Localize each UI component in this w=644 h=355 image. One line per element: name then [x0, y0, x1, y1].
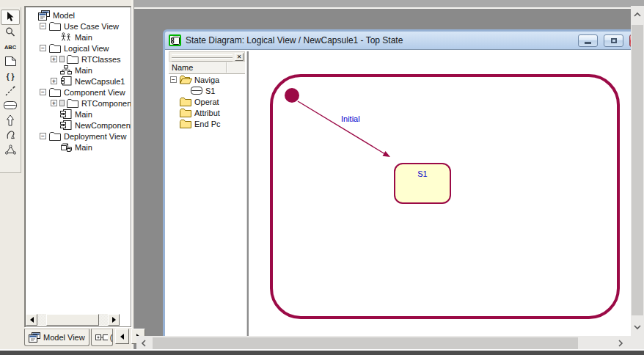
- tree-item-use-case-view[interactable]: −Use Case View: [25, 21, 131, 32]
- tree-item-deployment-view[interactable]: −Deployment View: [25, 131, 131, 142]
- vertical-scrollbar-thumb[interactable]: [632, 25, 643, 315]
- right-triangle-icon: [112, 317, 116, 323]
- collapse-icon[interactable]: −: [170, 76, 177, 83]
- tree-item-label: Use Case View: [64, 22, 119, 31]
- tree-item-s1[interactable]: S1: [169, 85, 245, 96]
- folder-open-icon: [179, 75, 192, 84]
- tree-item-rtclasses[interactable]: +RTClasses: [25, 54, 131, 65]
- model-tree-hscrollbar[interactable]: [26, 314, 120, 326]
- choice-point-tool[interactable]: [1, 143, 19, 157]
- note-tool[interactable]: [1, 55, 19, 69]
- tree-item-label: Main: [75, 66, 92, 75]
- scroll-right-icon[interactable]: [618, 340, 623, 348]
- folder-yellow-icon: [179, 97, 192, 106]
- folder-yellow-icon: [179, 108, 192, 117]
- name-column-header[interactable]: Name: [169, 62, 245, 74]
- constraint-icon: { }: [7, 73, 15, 81]
- model-browser-panel: Model−Use Case ViewMain−Logical View+RTC…: [24, 6, 131, 327]
- tree-item-component-view[interactable]: −Component View: [25, 87, 131, 98]
- folder-icon: [48, 131, 62, 141]
- text-tool-tool[interactable]: ABC: [1, 40, 19, 54]
- scroll-right-button[interactable]: [108, 314, 120, 326]
- scroll-left-icon[interactable]: [141, 340, 147, 348]
- self-transition-tool[interactable]: [1, 128, 19, 142]
- state-s1[interactable]: S1: [394, 163, 451, 204]
- panel-grip-bar[interactable]: ✕: [169, 51, 245, 62]
- containment-tab-icon: [95, 333, 108, 342]
- transition-label[interactable]: Initial: [341, 114, 360, 123]
- tree-item-newcapsule1[interactable]: +NewCapsule1: [25, 76, 131, 87]
- model-view-tab-icon: [29, 332, 41, 343]
- tree-item-naviga[interactable]: −Naviga: [169, 74, 245, 85]
- tree-item-model[interactable]: Model: [25, 10, 131, 21]
- self-transition-icon: [5, 129, 15, 142]
- tree-item-main[interactable]: Main: [25, 32, 131, 43]
- window-titlebar[interactable]: State Diagram: Logical View / NewCapsule…: [165, 32, 644, 49]
- state-tool-tool[interactable]: [1, 99, 19, 113]
- transition-tool-tool[interactable]: [1, 114, 19, 128]
- top-toolbar-edge: [134, 0, 644, 9]
- zoom-tool[interactable]: [1, 26, 19, 40]
- node-icon: [59, 142, 73, 152]
- scrollbar-corner: [631, 336, 644, 351]
- folder-icon: [48, 21, 62, 31]
- tree-item-main[interactable]: Main: [25, 142, 131, 153]
- tree-item-label: Component View: [64, 88, 125, 97]
- expand-icon[interactable]: +: [51, 78, 57, 84]
- tree-item-label: NewCapsule1: [75, 77, 125, 86]
- tree-item-rtcomponents[interactable]: +RTComponents: [25, 98, 131, 109]
- tree-item-label: Main: [75, 110, 92, 119]
- tree-item-logical-view[interactable]: −Logical View: [25, 43, 131, 54]
- anchor-note-tool[interactable]: [1, 84, 19, 98]
- scroll-up-icon[interactable]: [634, 10, 641, 19]
- zoom-icon: [5, 27, 15, 39]
- tree-item-label: Naviga: [194, 76, 219, 84]
- transition-tool-icon: [6, 114, 15, 128]
- folder-icon: [48, 87, 62, 97]
- component-icon: [59, 109, 73, 119]
- restore-icon: [611, 38, 617, 43]
- restore-button[interactable]: [604, 34, 623, 47]
- tree-item-operat[interactable]: Operat: [169, 96, 245, 107]
- expand-icon[interactable]: +: [51, 100, 57, 106]
- tree-item-newcomponent[interactable]: NewComponent: [25, 120, 131, 131]
- collapse-icon[interactable]: −: [40, 89, 46, 95]
- state-browser-panel: ✕ Name −NavigaS1OperatAttributEnd Pc: [169, 51, 245, 355]
- column-divider[interactable]: [226, 62, 227, 73]
- tree-item-label: Deployment View: [64, 132, 126, 141]
- app-horizontal-scrollbar[interactable]: [136, 336, 631, 351]
- expand-icon[interactable]: +: [51, 56, 57, 62]
- tree-item-label: S1: [205, 87, 215, 95]
- tab-containment-partial[interactable]: (: [91, 329, 113, 346]
- tree-item-attribut[interactable]: Attribut: [169, 107, 245, 118]
- tab-scroll-left-button[interactable]: [115, 329, 129, 344]
- tree-item-end-pc[interactable]: End Pc: [169, 118, 245, 129]
- scrollbar-track[interactable]: [37, 314, 108, 326]
- folder-icon: [66, 54, 79, 64]
- tree-item-main[interactable]: Main: [25, 65, 131, 76]
- app-vertical-scrollbar[interactable]: [631, 6, 644, 336]
- state-tool-icon: [4, 101, 17, 111]
- select-arrow-tool[interactable]: [1, 10, 20, 25]
- diagram-canvas[interactable]: Initial S1: [249, 51, 644, 355]
- minimize-button[interactable]: [578, 34, 598, 47]
- window-title: State Diagram: Logical View / NewCapsule…: [186, 35, 403, 45]
- minimize-icon: [585, 42, 591, 44]
- constraint-tool[interactable]: { }: [1, 70, 19, 84]
- component-icon: [59, 120, 73, 130]
- collapse-icon[interactable]: −: [40, 23, 46, 29]
- scroll-down-icon[interactable]: [634, 323, 641, 332]
- horizontal-scrollbar-thumb[interactable]: [153, 337, 578, 349]
- panel-close-icon[interactable]: ✕: [235, 53, 244, 61]
- tree-item-main[interactable]: Main: [25, 109, 131, 120]
- left-triangle-icon: [120, 334, 124, 340]
- tab-model-view[interactable]: Model View: [24, 329, 89, 346]
- controlled-unit-icon: [59, 100, 65, 106]
- scrollbar-thumb[interactable]: [46, 314, 99, 326]
- tree-item-label: Main: [75, 143, 92, 152]
- collapse-icon[interactable]: −: [40, 133, 46, 139]
- tab-model-view-label: Model View: [43, 333, 85, 342]
- collapse-icon[interactable]: −: [40, 45, 46, 51]
- scroll-left-button[interactable]: [26, 314, 37, 326]
- tree-item-label: Logical View: [64, 44, 109, 53]
